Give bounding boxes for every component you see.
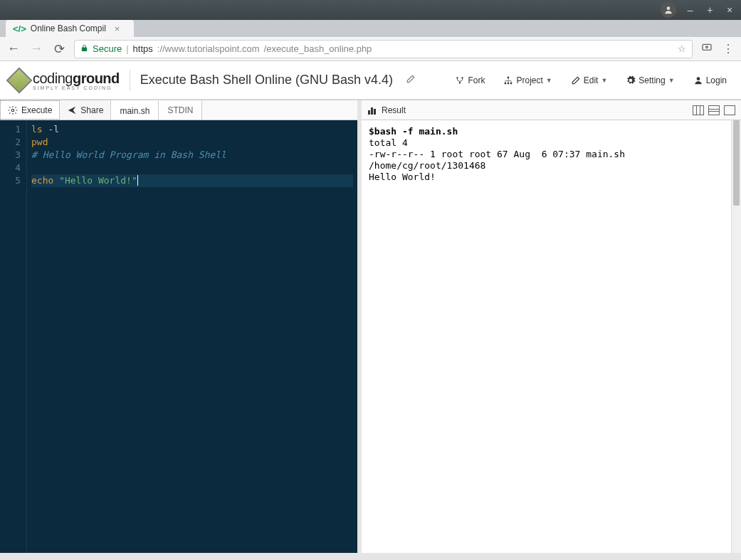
svg-point-3: [457, 77, 458, 78]
scrollbar[interactable]: [731, 120, 741, 553]
fork-label: Fork: [468, 75, 485, 85]
svg-point-10: [696, 77, 700, 80]
share-icon: [67, 105, 77, 115]
back-button[interactable]: ←: [6, 41, 21, 57]
caret-down-icon: ▼: [546, 77, 552, 84]
fork-button[interactable]: Fork: [451, 73, 489, 88]
window-maximize-button[interactable]: +: [704, 4, 715, 16]
window-titlebar: – + ×: [0, 0, 741, 20]
browser-tab-strip: </> Online Bash Compil ×: [0, 20, 741, 37]
url-protocol: https: [133, 43, 153, 54]
svg-rect-13: [371, 107, 373, 115]
edit-title-icon[interactable]: [406, 74, 416, 86]
bookmark-star-icon[interactable]: ☆: [678, 43, 686, 54]
line-gutter: 12345: [0, 120, 27, 553]
layout-rows-icon[interactable]: [708, 105, 720, 115]
site-favicon-icon: </>: [13, 23, 26, 34]
svg-rect-14: [374, 109, 376, 115]
file-tab-stdin[interactable]: STDIN: [159, 100, 202, 120]
caret-down-icon: ▼: [668, 77, 675, 84]
tab-close-icon[interactable]: ×: [115, 23, 120, 34]
login-button[interactable]: Login: [689, 73, 731, 88]
reload-button[interactable]: ⟳: [51, 41, 67, 57]
main-area: Execute Share main.sh STDIN 12345 ls -lp…: [0, 100, 741, 553]
result-label: Result: [382, 105, 406, 115]
logo-text: codingground: [33, 70, 120, 86]
file-tab-main[interactable]: main.sh: [111, 100, 159, 120]
layout-controls: [693, 105, 735, 115]
execute-button[interactable]: Execute: [0, 100, 60, 120]
code-editor[interactable]: 12345 ls -lpwd# Hello World Program in B…: [0, 120, 357, 553]
page-title: Execute Bash Shell Online (GNU Bash v4.4…: [140, 73, 393, 88]
edit-dropdown[interactable]: Edit ▼: [567, 73, 612, 88]
gear-icon: [626, 75, 636, 85]
lock-icon: [80, 44, 88, 54]
browser-address-bar: ← → ⟳ Secure | https://www.tutorialspoin…: [0, 37, 741, 61]
setting-label: Setting: [638, 75, 665, 85]
scroll-thumb[interactable]: [733, 120, 740, 206]
window-minimize-button[interactable]: –: [685, 4, 696, 16]
svg-rect-9: [510, 82, 512, 83]
bottom-strip: [0, 553, 741, 560]
terminal-stdout: total 4 -rw-r--r-- 1 root root 67 Aug 6 …: [369, 137, 734, 183]
bars-icon: [367, 106, 377, 115]
svg-rect-8: [508, 82, 509, 83]
forward-button: →: [28, 41, 44, 57]
result-pane: Result $bash -f main.sh total 4 -rw-r--r…: [362, 100, 741, 553]
file-tab-label: main.sh: [120, 106, 149, 116]
terminal-command: $bash -f main.sh: [369, 126, 734, 137]
svg-rect-6: [508, 76, 509, 78]
editor-pane: Execute Share main.sh STDIN 12345 ls -lp…: [0, 100, 362, 553]
svg-point-4: [462, 77, 463, 78]
code-body[interactable]: ls -lpwd# Hello World Program in Bash Sh…: [27, 120, 357, 553]
file-tab-label: STDIN: [167, 105, 193, 115]
project-dropdown[interactable]: Project ▼: [499, 73, 556, 88]
layout-columns-icon[interactable]: [693, 105, 704, 115]
share-label: Share: [80, 105, 103, 115]
logo[interactable]: codingground SIMPLY EASY CODING: [10, 70, 120, 90]
cast-icon[interactable]: [700, 42, 714, 56]
svg-rect-1: [703, 44, 711, 50]
layout-fullscreen-icon[interactable]: [724, 105, 735, 115]
editor-toolbar: Execute Share main.sh STDIN: [0, 100, 357, 120]
app-header: codingground SIMPLY EASY CODING Execute …: [0, 61, 741, 100]
url-separator: |: [126, 43, 128, 54]
caret-down-icon: ▼: [601, 77, 607, 84]
browser-tab[interactable]: </> Online Bash Compil ×: [6, 20, 134, 37]
execute-label: Execute: [21, 105, 52, 115]
sitemap-icon: [503, 75, 513, 85]
url-input[interactable]: Secure | https://www.tutorialspoint.com/…: [74, 40, 693, 58]
terminal-output[interactable]: $bash -f main.sh total 4 -rw-r--r-- 1 ro…: [362, 120, 741, 553]
share-button[interactable]: Share: [60, 100, 111, 120]
logo-cube-icon: [6, 67, 33, 93]
edit-label: Edit: [584, 75, 599, 85]
secure-label: Secure: [93, 43, 122, 54]
svg-point-0: [667, 6, 671, 10]
svg-point-11: [11, 109, 14, 112]
logo-subtitle: SIMPLY EASY CODING: [33, 85, 120, 90]
user-icon: [693, 75, 703, 85]
svg-point-5: [459, 82, 461, 83]
edit-icon: [571, 75, 581, 85]
browser-menu-icon[interactable]: ⋮: [721, 42, 735, 56]
svg-point-2: [706, 46, 708, 48]
browser-tab-title: Online Bash Compil: [31, 23, 106, 33]
svg-rect-12: [368, 110, 370, 115]
fork-icon: [455, 75, 465, 85]
header-divider: [130, 70, 130, 91]
user-avatar-icon[interactable]: [661, 2, 676, 18]
url-path: /execute_bash_online.php: [264, 43, 372, 54]
url-host: ://www.tutorialspoint.com: [157, 43, 260, 54]
setting-dropdown[interactable]: Setting ▼: [621, 73, 678, 88]
login-label: Login: [706, 75, 727, 85]
gear-run-icon: [8, 105, 18, 115]
window-close-button[interactable]: ×: [724, 4, 735, 16]
result-toolbar: Result: [362, 100, 741, 120]
svg-rect-7: [505, 82, 506, 83]
project-label: Project: [516, 75, 542, 85]
